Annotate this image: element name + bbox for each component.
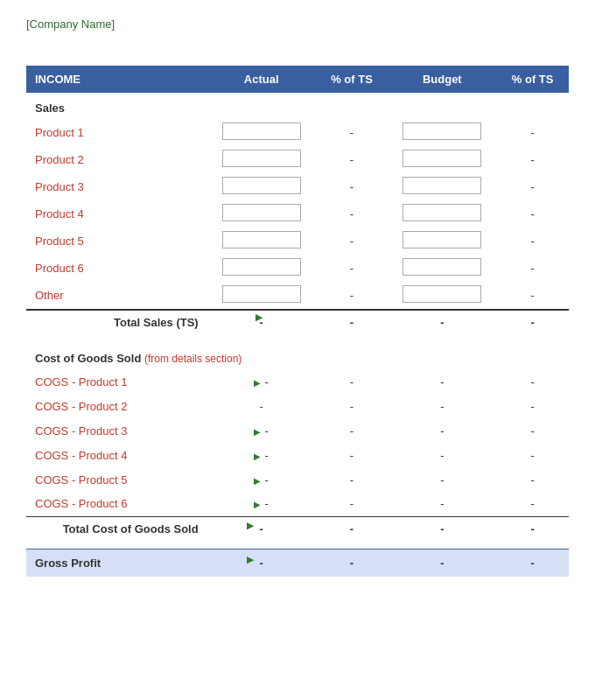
- product-6-budget-cell: [388, 255, 496, 282]
- total-sales-actual: ▶ -: [207, 310, 316, 334]
- cogs-5-actual: ▶-: [207, 467, 316, 492]
- product-5-pct1: -: [316, 228, 388, 255]
- cogs-5-label: COGS - Product 5: [26, 467, 207, 492]
- cogs-label: Cost of Goods Sold: [35, 352, 141, 365]
- table-row: COGS - Product 6 ▶- - - -: [26, 492, 569, 516]
- product-6-actual-cell: [207, 255, 316, 282]
- other-budget-input[interactable]: [402, 285, 481, 303]
- table-row: Other - -: [26, 282, 569, 310]
- table-header: INCOME Actual % of TS Budget % of TS: [26, 66, 569, 93]
- table-row: COGS - Product 3 ▶- - - -: [26, 418, 569, 443]
- cogs-1-label: COGS - Product 1: [26, 369, 207, 394]
- product-3-actual-cell: [207, 173, 316, 200]
- pcts1-header: % of TS: [316, 66, 388, 93]
- gross-profit-pct2: -: [496, 550, 569, 578]
- table-row: Product 1 - -: [26, 119, 569, 146]
- cogs-6-pct2: -: [496, 492, 569, 516]
- product-6-label: Product 6: [26, 255, 207, 282]
- total-sales-label: Total Sales (TS): [26, 310, 207, 334]
- other-label: Other: [26, 282, 207, 310]
- cogs-3-budget: -: [388, 418, 496, 443]
- gross-profit-budget: -: [388, 550, 496, 578]
- product-4-actual-cell: [207, 200, 316, 228]
- cogs-6-actual: ▶-: [207, 492, 316, 516]
- product-4-budget-input[interactable]: [402, 204, 481, 221]
- gross-profit-row: Gross Profit ▶ - - - -: [26, 550, 569, 578]
- cogs-label-cell: Cost of Goods Sold (from details section…: [26, 343, 569, 369]
- total-cogs-pct1: -: [316, 516, 388, 541]
- other-pct2: -: [496, 282, 569, 310]
- total-sales-pct2: -: [496, 310, 569, 334]
- product-5-budget-input[interactable]: [402, 231, 481, 248]
- cogs-6-label: COGS - Product 6: [26, 492, 207, 516]
- product-6-pct1: -: [316, 255, 388, 282]
- product-4-budget-cell: [388, 200, 496, 228]
- product-2-actual-cell: [207, 146, 316, 173]
- cogs-6-budget: -: [388, 492, 496, 516]
- budget-header: Budget: [388, 66, 496, 93]
- pcts2-header: % of TS: [496, 66, 569, 93]
- total-cogs-actual: ▶ -: [207, 516, 316, 541]
- cogs-4-budget: -: [388, 443, 496, 467]
- total-cogs-budget: -: [388, 516, 496, 541]
- cogs-1-actual: ▶-: [207, 369, 316, 394]
- product-2-actual-input[interactable]: [222, 150, 301, 167]
- product-3-pct1: -: [316, 173, 388, 200]
- product-5-actual-cell: [207, 228, 316, 255]
- product-1-actual-input[interactable]: [222, 122, 301, 140]
- cogs-2-budget: -: [388, 394, 496, 418]
- table-row: COGS - Product 5 ▶- - - -: [26, 467, 569, 492]
- cogs-4-actual: ▶-: [207, 443, 316, 467]
- product-4-label: Product 4: [26, 200, 207, 228]
- total-sales-pct1: -: [316, 310, 388, 334]
- product-2-pct1: -: [316, 146, 388, 173]
- spacer: [26, 334, 569, 343]
- cogs-5-budget: -: [388, 467, 496, 492]
- other-budget-cell: [388, 282, 496, 310]
- sales-section-row: Sales: [26, 93, 569, 119]
- total-cogs-pct2: -: [496, 516, 569, 541]
- income-header: INCOME: [26, 66, 207, 93]
- product-5-label: Product 5: [26, 228, 207, 255]
- product-5-actual-input[interactable]: [222, 231, 301, 248]
- table-row: COGS - Product 4 ▶- - - -: [26, 443, 569, 467]
- product-6-budget-input[interactable]: [402, 258, 481, 276]
- cogs-label-suffix: (from details section): [144, 353, 242, 365]
- product-4-pct2: -: [496, 200, 569, 228]
- product-3-budget-input[interactable]: [402, 177, 481, 194]
- product-2-budget-cell: [388, 146, 496, 173]
- product-1-pct1: -: [316, 119, 388, 146]
- cogs-2-pct2: -: [496, 394, 569, 418]
- total-sales-budget: -: [388, 310, 496, 334]
- product-2-pct2: -: [496, 146, 569, 173]
- cogs-4-pct2: -: [496, 443, 569, 467]
- other-actual-input[interactable]: [222, 285, 301, 303]
- cogs-1-pct1: -: [316, 369, 388, 394]
- product-3-budget-cell: [388, 173, 496, 200]
- table-row: Product 5 - -: [26, 228, 569, 255]
- product-3-actual-input[interactable]: [222, 177, 301, 194]
- product-1-label: Product 1: [26, 119, 207, 146]
- cogs-2-pct1: -: [316, 394, 388, 418]
- gross-profit-pct1: -: [316, 550, 388, 578]
- table-row: COGS - Product 2 - - - -: [26, 394, 569, 418]
- product-5-budget-cell: [388, 228, 496, 255]
- cogs-6-pct1: -: [316, 492, 388, 516]
- cogs-section-row: Cost of Goods Sold (from details section…: [26, 343, 569, 369]
- product-3-label: Product 3: [26, 173, 207, 200]
- sales-label: Sales: [26, 93, 569, 119]
- gross-profit-actual: ▶ -: [207, 550, 316, 578]
- product-1-budget-input[interactable]: [402, 122, 481, 140]
- total-cogs-row: Total Cost of Goods Sold ▶ - - - -: [26, 516, 569, 541]
- cogs-1-pct2: -: [496, 369, 569, 394]
- product-6-actual-input[interactable]: [222, 258, 301, 276]
- product-4-pct1: -: [316, 200, 388, 228]
- product-2-budget-input[interactable]: [402, 150, 481, 167]
- product-1-budget-cell: [388, 119, 496, 146]
- cogs-3-label: COGS - Product 3: [26, 418, 207, 443]
- table-row: Product 2 - -: [26, 146, 569, 173]
- product-4-actual-input[interactable]: [222, 204, 301, 221]
- cogs-5-pct2: -: [496, 467, 569, 492]
- cogs-5-pct1: -: [316, 467, 388, 492]
- total-sales-row: Total Sales (TS) ▶ - - - -: [26, 310, 569, 334]
